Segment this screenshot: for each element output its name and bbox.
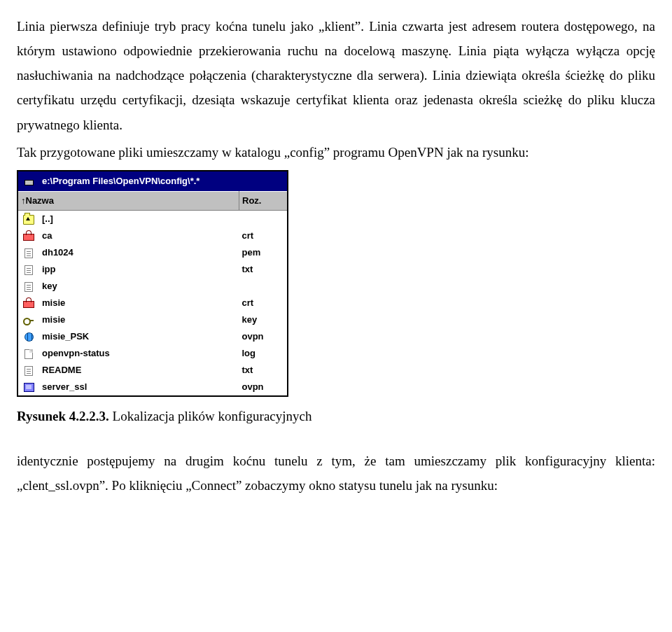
file-name: server_ssl bbox=[39, 379, 239, 396]
net-icon bbox=[18, 328, 39, 345]
file-name: misie bbox=[39, 295, 239, 311]
file-name: misie bbox=[39, 311, 239, 328]
file-name: dh1024 bbox=[39, 244, 239, 261]
doc-icon bbox=[18, 362, 39, 379]
col-name-header[interactable]: ↑Nazwa bbox=[18, 191, 239, 210]
file-row[interactable]: misie_PSKovpn bbox=[18, 328, 288, 345]
file-ext: txt bbox=[239, 261, 288, 278]
lock-icon bbox=[18, 227, 39, 244]
file-name: [..] bbox=[39, 210, 239, 227]
doc-icon bbox=[18, 261, 39, 278]
doc-icon bbox=[18, 278, 39, 295]
file-name: key bbox=[39, 278, 239, 295]
sys-icon bbox=[18, 379, 39, 396]
file-name: README bbox=[39, 362, 239, 379]
fm-column-header: ↑Nazwa Roz. bbox=[18, 191, 288, 210]
figure-caption: Rysunek 4.2.2.3. Lokalizacja plików konf… bbox=[17, 404, 655, 428]
file-ext: txt bbox=[239, 362, 288, 379]
file-ext bbox=[239, 278, 288, 295]
paragraph-2: Tak przygotowane pliki umieszczamy w kat… bbox=[17, 140, 655, 164]
file-row[interactable]: cacrt bbox=[18, 227, 288, 244]
fm-path: e:\Program Files\OpenVPN\config\*.* bbox=[39, 171, 288, 192]
file-row[interactable]: misiecrt bbox=[18, 295, 288, 311]
file-row[interactable]: key bbox=[18, 278, 288, 295]
log-icon bbox=[18, 345, 39, 362]
key-icon bbox=[18, 311, 39, 328]
paragraph-3: identycznie postępujemy na drugim koćnu … bbox=[17, 449, 655, 498]
file-ext: log bbox=[239, 345, 288, 362]
figure-title: Lokalizacja plików konfiguracyjnych bbox=[109, 409, 312, 423]
file-name: ca bbox=[39, 227, 239, 244]
drive-icon bbox=[18, 171, 39, 192]
file-ext: crt bbox=[239, 227, 288, 244]
file-name: misie_PSK bbox=[39, 328, 239, 345]
file-ext: ovpn bbox=[239, 379, 288, 396]
paragraph-1: Linia pierwsza definiuje tryb pracy koćn… bbox=[17, 14, 655, 137]
figure-number: Rysunek 4.2.2.3. bbox=[17, 409, 109, 423]
file-row[interactable]: dh1024pem bbox=[18, 244, 288, 261]
file-row[interactable]: [..] bbox=[18, 210, 288, 227]
file-ext bbox=[239, 210, 288, 227]
file-ext: ovpn bbox=[239, 328, 288, 345]
file-manager-panel: e:\Program Files\OpenVPN\config\*.* ↑Naz… bbox=[17, 170, 288, 398]
file-row[interactable]: READMEtxt bbox=[18, 362, 288, 379]
doc-icon bbox=[18, 244, 39, 261]
file-ext: key bbox=[239, 311, 288, 328]
file-row[interactable]: openvpn-statuslog bbox=[18, 345, 288, 362]
file-name: openvpn-status bbox=[39, 345, 239, 362]
folder-icon bbox=[18, 210, 39, 227]
file-row[interactable]: ipptxt bbox=[18, 261, 288, 278]
file-name: ipp bbox=[39, 261, 239, 278]
file-manager-screenshot: e:\Program Files\OpenVPN\config\*.* ↑Naz… bbox=[17, 170, 655, 398]
file-ext: pem bbox=[239, 244, 288, 261]
fm-titlebar: e:\Program Files\OpenVPN\config\*.* bbox=[18, 171, 288, 192]
lock-icon bbox=[18, 295, 39, 311]
file-row[interactable]: server_sslovpn bbox=[18, 379, 288, 396]
file-row[interactable]: misiekey bbox=[18, 311, 288, 328]
col-ext-header[interactable]: Roz. bbox=[239, 191, 288, 210]
file-ext: crt bbox=[239, 295, 288, 311]
